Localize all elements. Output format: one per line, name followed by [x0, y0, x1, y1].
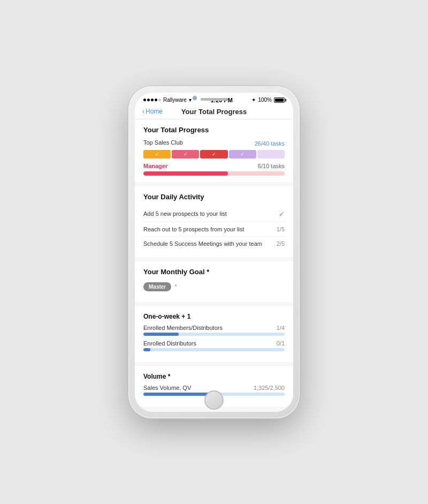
daily-activity-title: Your Daily Activity	[143, 193, 285, 201]
enrolled-distributors-row: Enrolled Distributors 0/1	[143, 340, 285, 347]
top-sales-tasks: 26/40 tasks	[255, 140, 285, 147]
nav-bar: ‹ Home Your Total Progress	[135, 106, 293, 119]
activity-fraction-2: 1/5	[277, 226, 285, 232]
top-sales-club-label: Top Sales Club	[143, 139, 183, 146]
wifi-icon: ▾	[189, 97, 192, 103]
manager-row: Manager 6/10 tasks	[143, 163, 285, 169]
manager-label: Manager	[143, 163, 167, 169]
bluetooth-icon: ✦	[251, 97, 256, 103]
enrolled-members-fill	[143, 333, 179, 336]
master-badge: Master	[143, 282, 171, 291]
seg-4: ✓	[229, 150, 256, 159]
activity-fraction-3: 2/5	[277, 240, 285, 247]
enrolled-members-label: Enrolled Members/Distributors	[143, 325, 223, 331]
sales-volume-label: Sales Volume, QV	[143, 385, 191, 391]
back-chevron-icon: ‹	[142, 108, 144, 115]
content-area[interactable]: Your Total Progress Top Sales Club 26/40…	[135, 119, 293, 412]
battery-pct: 100%	[258, 97, 272, 103]
phone-camera	[193, 96, 197, 100]
battery-icon	[274, 97, 285, 103]
daily-activity-section: Your Daily Activity Add 5 new prospects …	[135, 186, 293, 257]
signal-dot-1	[143, 99, 146, 101]
signal-dot-5	[158, 99, 161, 101]
activity-item-1: Add 5 new prospects to your list ✓	[143, 206, 285, 222]
monthly-goal-section: Your Monthly Goal * Master *	[135, 261, 293, 302]
battery-fill	[275, 99, 284, 102]
master-asterisk: *	[175, 284, 177, 290]
manager-bar-fill	[143, 171, 228, 176]
activity-item-2: Reach out to 5 prospects from your list …	[143, 222, 285, 237]
activity-item-3: Schedule 5 Success Meetings with your te…	[143, 237, 285, 251]
phone-speaker	[201, 98, 227, 101]
segmented-progress-bar: ✓ ✓ ✓ ✓	[143, 150, 285, 159]
signal-dots	[143, 99, 161, 101]
enrolled-distributors-fill	[143, 348, 150, 351]
one-o-week-title: One-o-week + 1	[143, 313, 285, 320]
signal-dot-2	[147, 99, 150, 101]
total-progress-title: Your Total Progress	[143, 126, 285, 134]
enrolled-distributors-bar	[143, 348, 285, 351]
activity-text-2: Reach out to 5 prospects from your list	[143, 226, 244, 232]
master-badge-row: Master *	[143, 281, 285, 296]
total-progress-section: Your Total Progress Top Sales Club 26/40…	[135, 119, 293, 182]
status-left: Rallyware ▾	[143, 97, 192, 103]
seg-5	[257, 150, 285, 159]
enrolled-distributors-fraction: 0/1	[277, 340, 285, 347]
manager-progress-bar	[143, 171, 285, 176]
enrolled-members-bar	[143, 333, 285, 336]
seg-2: ✓	[172, 150, 199, 159]
seg-3: ✓	[200, 150, 227, 159]
phone-screen: Rallyware ▾ 1:20 PM ✦ 100% ‹ Home Your T…	[135, 93, 293, 412]
one-o-week-section: One-o-week + 1 Enrolled Members/Distribu…	[135, 306, 293, 362]
phone-frame: Rallyware ▾ 1:20 PM ✦ 100% ‹ Home Your T…	[128, 86, 300, 418]
nav-back-button[interactable]: ‹ Home	[142, 108, 163, 115]
home-button[interactable]	[204, 390, 224, 410]
signal-dot-4	[155, 99, 157, 101]
sales-volume-fraction: 1,325/2,500	[254, 385, 285, 391]
nav-back-label[interactable]: Home	[146, 108, 163, 115]
top-sales-club-row: Top Sales Club 26/40 tasks	[143, 139, 285, 148]
manager-tasks: 6/10 tasks	[258, 163, 285, 169]
volume-title: Volume *	[143, 373, 285, 380]
signal-dot-3	[151, 99, 154, 101]
activity-check-icon: ✓	[279, 210, 285, 218]
enrolled-distributors-label: Enrolled Distributors	[143, 340, 196, 347]
nav-title: Your Total Progress	[181, 108, 247, 116]
status-right: ✦ 100%	[251, 97, 285, 103]
activity-text-1: Add 5 new prospects to your list	[143, 210, 227, 217]
monthly-goal-title: Your Monthly Goal *	[143, 268, 285, 276]
enrolled-members-row: Enrolled Members/Distributors 1/4	[143, 325, 285, 331]
enrolled-members-fraction: 1/4	[277, 325, 285, 331]
activity-text-3: Schedule 5 Success Meetings with your te…	[143, 240, 262, 247]
carrier-name: Rallyware	[163, 97, 187, 103]
seg-1: ✓	[143, 150, 171, 159]
